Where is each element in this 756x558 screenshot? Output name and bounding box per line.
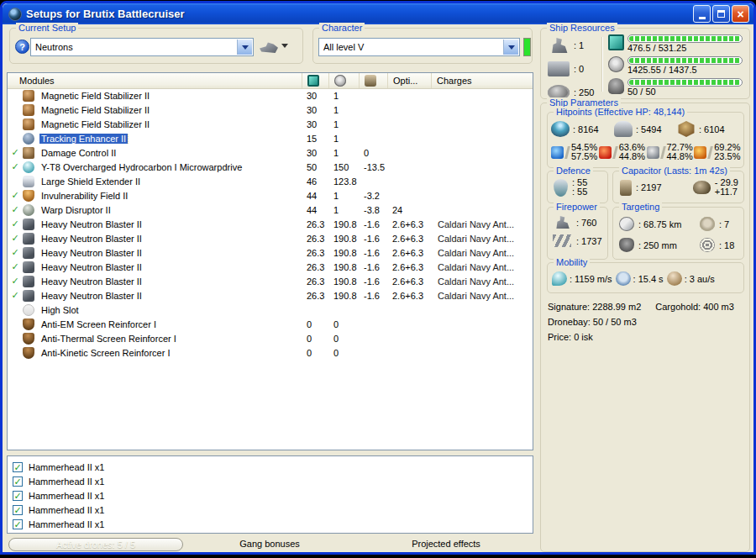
modules-panel: Modules Opti... Charges Magnetic Field S…: [7, 72, 533, 450]
drone-checkbox[interactable]: ✓: [13, 491, 23, 501]
module-row[interactable]: ✓ Y-T8 Overcharged Hydrocarbon I Microwa…: [8, 160, 533, 174]
firepower-icon: [553, 234, 571, 247]
window-title: Setups for Brutix Battlecruiser: [26, 8, 693, 20]
module-name: Magnetic Field Stabilizer II: [39, 91, 151, 101]
modules-header-label: Modules: [8, 76, 302, 86]
module-row[interactable]: Large Shield Extender II 46 123.8: [8, 174, 533, 188]
resource-bars: 476.5 / 531.25 1425.55 / 1437.5 50 / 50: [608, 34, 743, 97]
module-row[interactable]: High Slot: [8, 303, 533, 317]
setup-select[interactable]: Neutrons: [30, 38, 254, 56]
module-type-icon: [23, 290, 34, 302]
module-name: Anti-EM Screen Reinforcer I: [39, 319, 158, 329]
mobility-stat-icon: [667, 271, 682, 286]
module-row[interactable]: ✓ Heavy Neutron Blaster II 26.3 190.8 -1…: [8, 260, 533, 274]
module-charge: Caldari Navy Ant...: [431, 262, 533, 272]
drone-row[interactable]: ✓ Hammerhead II x1: [8, 460, 533, 474]
module-cpu-value: 0: [302, 319, 328, 329]
ship-browser-button[interactable]: [260, 39, 293, 55]
module-row[interactable]: ✓ Heavy Neutron Blaster II 26.3 190.8 -1…: [8, 288, 533, 303]
skill-level-indicator: [523, 38, 531, 56]
targeting-stat: : 68.75 km: [619, 217, 700, 231]
module-row[interactable]: Magnetic Field Stabilizer II 30 1: [8, 103, 533, 117]
drone-row[interactable]: ✓ Hammerhead II x1: [8, 474, 533, 488]
header-resource-column: [302, 73, 328, 88]
module-row[interactable]: ✓ Heavy Neutron Blaster II 26.3 190.8 -1…: [8, 217, 533, 231]
charges-column-header: Charges: [431, 73, 533, 88]
module-active-check-icon: ✓: [8, 190, 23, 201]
module-row[interactable]: ✓ Heavy Neutron Blaster II 26.3 190.8 -1…: [8, 245, 533, 260]
module-row[interactable]: Tracking Enhancer II 15 1: [8, 131, 533, 145]
module-optimal-value: 24: [387, 205, 431, 215]
resistance-group: 54.5% 57.5%: [551, 143, 599, 161]
titlebar: Setups for Brutix Battlecruiser ×: [3, 3, 753, 24]
module-charge: Caldari Navy Ant...: [431, 234, 533, 244]
drone-checkbox[interactable]: ✓: [13, 519, 23, 529]
drone-row[interactable]: ✓ Hammerhead II x1: [8, 503, 533, 517]
module-row[interactable]: Magnetic Field Stabilizer II 30 1: [8, 88, 533, 103]
targeting-stat-icon: [619, 217, 634, 231]
module-cap-value: -3.2: [359, 191, 387, 201]
module-row[interactable]: ✓ Heavy Neutron Blaster II 26.3 190.8 -1…: [8, 274, 533, 288]
module-cpu-value: 26.3: [302, 219, 328, 229]
module-row[interactable]: ✓ Damage Control II 30 1 0: [8, 145, 533, 160]
module-type-icon: [23, 261, 34, 273]
drone-checkbox[interactable]: ✓: [13, 505, 23, 515]
cargohold-stat: Cargohold: 400 m3: [655, 299, 734, 314]
module-row[interactable]: ✓ Invulnerability Field II 44 1 -3.2: [8, 188, 533, 203]
targeting-stat-value: : 7: [719, 219, 729, 229]
drone-row[interactable]: ✓ Hammerhead II x1: [8, 517, 533, 531]
setup-select-dropdown-button[interactable]: [237, 39, 252, 55]
character-select-dropdown-button[interactable]: [503, 39, 518, 55]
drone-name: Hammerhead II x1: [29, 519, 104, 529]
resource-progress-bar: [627, 34, 743, 43]
module-name: Heavy Neutron Blaster II: [39, 291, 144, 301]
firepower-row: : 1737: [553, 234, 607, 247]
module-active-check-icon: ✓: [8, 247, 23, 258]
module-optimal-value: 2.6+6.3: [387, 276, 431, 287]
drone-checkbox[interactable]: ✓: [13, 476, 23, 487]
help-button[interactable]: ?: [15, 39, 29, 54]
resource-column-icon: [334, 75, 346, 87]
module-row[interactable]: ✓ Warp Disruptor II 44 1 -3.8 24: [8, 203, 533, 217]
close-button[interactable]: ×: [732, 5, 749, 23]
optimal-column-header: Opti...: [387, 73, 431, 88]
module-cap-value: -13.5: [359, 162, 387, 172]
gang-bonuses-tab[interactable]: Gang bonuses: [215, 539, 324, 549]
drone-name: Hammerhead II x1: [29, 462, 104, 472]
module-name: High Slot: [39, 305, 81, 315]
drone-row[interactable]: ✓ Hammerhead II x1: [8, 488, 533, 503]
signature-stat: Signature: 2288.99 m2: [548, 299, 641, 314]
module-type-icon: [23, 218, 34, 230]
module-powergrid-value: 0: [328, 319, 359, 329]
maximize-button[interactable]: [712, 5, 730, 23]
module-row[interactable]: Anti-Thermal Screen Reinforcer I 0 0: [8, 331, 533, 345]
modules-header-icon-columns: [302, 73, 387, 88]
armor-resist-value: 57.5%: [571, 152, 597, 161]
drone-name: Hammerhead II x1: [29, 491, 104, 501]
module-cpu-value: 26.3: [302, 262, 328, 272]
targeting-stat: : 250 mm: [619, 238, 700, 252]
module-row[interactable]: ✓ Heavy Neutron Blaster II 26.3 190.8 -1…: [8, 231, 533, 245]
module-type-icon: [23, 190, 34, 202]
resource-progress-bar: [627, 78, 743, 87]
module-row[interactable]: Anti-EM Screen Reinforcer I 0 0: [8, 317, 533, 331]
module-cpu-value: 0: [302, 334, 328, 344]
minimize-button[interactable]: [693, 5, 711, 23]
module-cpu-value: 50: [302, 162, 328, 172]
module-cap-value: -1.6: [359, 276, 387, 287]
module-name: Magnetic Field Stabilizer II: [39, 119, 151, 129]
resource-bar-row: 50 / 50: [608, 78, 743, 97]
projected-effects-tab[interactable]: Projected effects: [391, 539, 501, 549]
character-select[interactable]: All level V: [318, 38, 520, 56]
drone-checkbox[interactable]: ✓: [13, 462, 23, 472]
resource-column-icon: [307, 75, 319, 87]
module-cpu-value: 30: [302, 148, 328, 158]
targeting-stat-value: : 68.75 km: [638, 219, 681, 229]
hitpoints-group: Hitpoints (Effective HP: 48,144) : 8164 …: [547, 112, 744, 168]
mobility-label: Mobility: [554, 257, 590, 267]
module-name: Magnetic Field Stabilizer II: [39, 105, 151, 115]
module-row[interactable]: Anti-Kinetic Screen Reinforcer I 0 0: [8, 345, 533, 360]
module-row[interactable]: Magnetic Field Stabilizer II 30 1: [8, 117, 533, 131]
hardpoints-list: : 1 : 0 : 250: [548, 35, 600, 103]
caret-down-icon: [281, 44, 288, 51]
